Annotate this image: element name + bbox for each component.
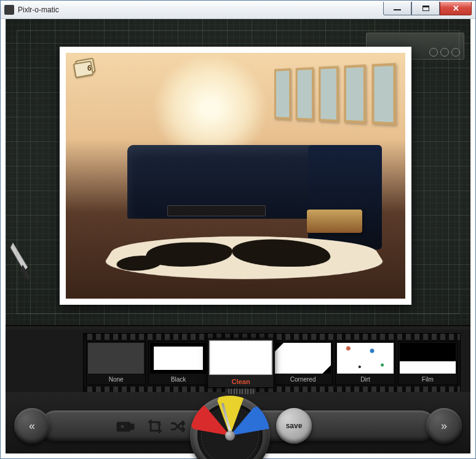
shuffle-button[interactable]	[168, 418, 189, 435]
svg-text:1:1: 1:1	[156, 422, 162, 426]
app-window: Pixlr-o-matic ✕	[0, 0, 476, 459]
filter-thumb-film[interactable]: ★ Film	[398, 341, 458, 385]
chevron-left-icon: «	[29, 420, 35, 433]
dial-face	[197, 403, 263, 459]
photo-count-badge[interactable]: 6	[73, 56, 99, 78]
chevron-right-icon: »	[441, 420, 447, 433]
filmstrip-track[interactable]: ★ None ★ Black ★ Clean ★ Cornered	[83, 333, 461, 393]
minimize-button[interactable]	[383, 2, 411, 15]
filter-thumb-cornered[interactable]: ★ Cornered	[273, 341, 333, 385]
filter-label: Clean	[208, 376, 274, 387]
filter-thumb-black[interactable]: ★ Black	[148, 341, 208, 385]
svg-rect-3	[130, 424, 134, 430]
camera-button[interactable]	[115, 418, 136, 435]
filter-thumb-dirt[interactable]: ★ Dirt	[335, 341, 395, 385]
workspace-mat: 6	[6, 19, 470, 326]
maximize-button[interactable]	[411, 2, 440, 15]
knife-decoration	[8, 240, 35, 283]
bottom-toolbar: « » 1:1 save	[6, 392, 470, 453]
drag-handle-icon[interactable]	[228, 388, 254, 394]
filter-label: Film	[399, 375, 457, 385]
app-body: 6 ★ None ★ Black ★	[6, 19, 470, 453]
filter-label: Cornered	[274, 375, 332, 385]
window-controls: ✕	[383, 4, 472, 15]
filter-label: None	[87, 375, 145, 385]
photo-preview[interactable]: 6	[60, 47, 411, 305]
filter-thumb-none[interactable]: ★ None	[86, 341, 146, 385]
window-title: Pixlr-o-matic	[18, 6, 383, 14]
filter-label: Dirt	[336, 375, 394, 385]
title-bar[interactable]: Pixlr-o-matic ✕	[1, 1, 475, 19]
svg-point-4	[121, 425, 124, 428]
prev-button[interactable]: «	[14, 408, 50, 444]
effect-dial[interactable]	[190, 396, 270, 459]
next-button[interactable]: »	[426, 408, 462, 444]
close-button[interactable]: ✕	[440, 2, 472, 15]
save-label: save	[286, 422, 303, 430]
app-icon	[4, 5, 14, 15]
photo-image: 6	[66, 53, 405, 299]
photo-count-value: 6	[87, 64, 92, 73]
filmstrip: ★ None ★ Black ★ Clean ★ Cornered	[6, 329, 470, 397]
crop-button[interactable]: 1:1	[145, 418, 165, 435]
filter-thumb-clean[interactable]: ★ Clean	[207, 339, 274, 388]
filter-label: Black	[149, 375, 207, 385]
save-button[interactable]: save	[276, 408, 312, 444]
